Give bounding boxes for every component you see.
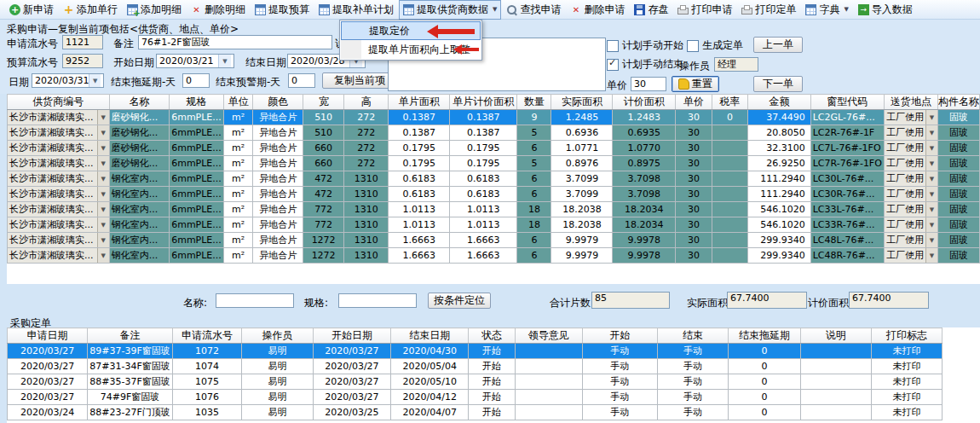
combo-cell[interactable]: 长沙市潇湘玻璃实...▼ [8,217,110,233]
table-cell[interactable] [515,390,582,405]
table-cell[interactable]: 0 [712,110,748,125]
table-row[interactable]: 长沙市潇湘玻璃实...▼钢化室内...6mmPLE...m²异地合片772131… [8,202,980,217]
table-cell[interactable]: 472 [303,171,344,187]
table-row[interactable]: 长沙市潇湘玻璃实...▼钢化室内...6mmPLE...m²异地合片772131… [8,217,980,233]
table-cell[interactable] [800,359,871,374]
table-cell[interactable]: 0.6183 [389,171,450,187]
table-cell[interactable]: 1.6663 [389,233,450,248]
table-cell[interactable]: 18 [517,217,551,233]
serial-field[interactable]: 1121 [62,35,103,49]
table-cell[interactable]: 1272 [303,233,344,248]
table-cell[interactable]: 30 [676,156,712,171]
table-cell[interactable]: 钢化室内... [109,217,169,233]
chevron-down-icon[interactable]: ▼ [925,187,937,201]
table-cell[interactable]: 6mmPLE... [170,156,224,171]
budget-field[interactable]: 9252 [62,54,103,68]
table-cell[interactable]: 1035 [172,405,241,420]
toolbar-extract-supplier-data-button[interactable]: 提取供货商数据▼ [399,0,501,20]
combo-cell[interactable]: 工厂使用▼ [884,217,937,233]
table-cell[interactable]: 88#35-37F窗固玻 [88,374,173,390]
table-cell[interactable]: 未打印 [871,390,942,405]
table-cell[interactable]: LC33L-76#... [810,202,884,217]
chevron-down-icon[interactable]: ▼ [97,110,109,125]
table-cell[interactable]: 开始 [469,344,515,359]
table-cell[interactable]: LC48L-76#... [810,233,884,248]
table-cell[interactable]: 1.6663 [450,248,517,264]
table-cell[interactable]: m² [223,248,253,264]
combo-cell[interactable]: 工厂使用▼ [884,202,937,217]
table-cell[interactable]: 6mmPLE... [170,217,224,233]
combo-cell[interactable]: 长沙市潇湘玻璃实...▼ [8,248,110,264]
table-cell[interactable] [712,125,748,141]
combo-cell[interactable]: 工厂使用▼ [884,171,937,187]
table-cell[interactable] [712,171,748,187]
table-cell[interactable]: 6mmPLE... [170,171,224,187]
table-cell[interactable]: 9 [517,110,551,125]
table-cell[interactable]: 手动 [657,374,728,390]
table-cell[interactable] [800,374,871,390]
table-cell[interactable]: 1.2483 [613,110,676,125]
table-cell[interactable]: 6mmPLE... [170,141,224,156]
table-cell[interactable]: 手动 [582,405,657,420]
combo-cell[interactable]: 长沙市潇湘玻璃实...▼ [8,202,110,217]
table-cell[interactable]: 18.2034 [613,217,676,233]
table-cell[interactable] [712,202,748,217]
table-cell[interactable]: 0 [729,374,800,390]
table-cell[interactable]: 固玻 [937,141,979,156]
locate-by-condition-button[interactable]: 按条件定位 [428,293,491,309]
table-cell[interactable]: 660 [303,141,344,156]
table-cell[interactable]: 异地合片 [253,171,303,187]
table-cell[interactable]: 6mmPLE... [170,233,224,248]
table-cell[interactable]: 30 [676,110,712,125]
menu-item-extract-piece-area-roundup[interactable]: 提取单片面积向上取整 [341,40,481,59]
table-cell[interactable]: 0.6936 [551,125,613,141]
toolbar-print-request-button[interactable]: 打印申请 [673,0,736,20]
table-cell[interactable]: m² [223,171,253,187]
date-combo[interactable]: 2020/03/31 ▼ [32,73,104,88]
table-cell[interactable]: 9.9979 [551,248,613,264]
table-cell[interactable]: 2020/03/27 [8,374,88,390]
table-cell[interactable]: 6 [517,141,551,156]
operator-field[interactable]: 经理 [714,57,758,72]
table-cell[interactable]: 1310 [344,187,389,202]
table-cell[interactable] [712,217,748,233]
next-order-button[interactable]: 下一单 [753,76,803,92]
chevron-down-icon[interactable]: ▼ [925,233,937,247]
table-cell[interactable]: 5 [517,156,551,171]
table-cell[interactable]: 异地合片 [253,187,303,202]
table-cell[interactable]: LC30L-76#... [810,171,884,187]
toolbar-delete-request-button[interactable]: 删除申请 [566,0,629,20]
table-cell[interactable]: 异地合片 [253,141,303,156]
table-cell[interactable]: 1310 [344,217,389,233]
table-cell[interactable]: 1310 [344,202,389,217]
table-cell[interactable]: 磨砂钢化... [109,110,169,125]
combo-cell[interactable]: 长沙市潇湘玻璃实...▼ [8,125,110,141]
table-cell[interactable]: 2020/03/27 [313,374,390,390]
table-cell[interactable]: 钢化室内... [109,248,169,264]
table-cell[interactable] [515,344,582,359]
table-cell[interactable]: 2020/05/10 [391,374,469,390]
table-cell[interactable]: 1076 [172,390,241,405]
table-cell[interactable]: 0.1795 [450,156,517,171]
table-cell[interactable]: 固玻 [937,233,979,248]
table-cell[interactable]: 30 [676,171,712,187]
manual-start-checkbox[interactable]: 计划手动开始 [607,38,683,53]
table-cell[interactable]: 18.2038 [551,217,613,233]
table-cell[interactable] [800,390,871,405]
table-cell[interactable] [712,248,748,264]
table-cell[interactable]: 30 [676,233,712,248]
combo-cell[interactable]: 长沙市潇湘玻璃实...▼ [8,233,110,248]
table-cell[interactable]: 1.0113 [450,217,517,233]
table-row[interactable]: 2020/03/2788#35-37F窗固玻1075易明2020/03/2720… [8,374,943,390]
table-cell[interactable]: 异地合片 [253,217,303,233]
table-cell[interactable]: LC48R-76#... [810,248,884,264]
table-cell[interactable]: 1310 [344,248,389,264]
table-cell[interactable]: 6 [517,187,551,202]
table-cell[interactable]: 2020/04/12 [391,390,469,405]
table-cell[interactable]: 1310 [344,171,389,187]
table-cell[interactable]: 3.7098 [613,171,676,187]
table-cell[interactable]: LC7L-76#-1FO [810,141,884,156]
table-cell[interactable]: 0.6183 [450,171,517,187]
table-cell[interactable]: 2020/03/27 [8,344,88,359]
table-cell[interactable]: LC2GL-76#... [810,110,884,125]
